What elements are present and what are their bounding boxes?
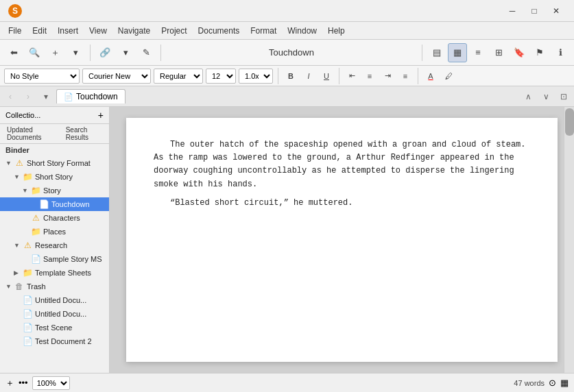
stats-button[interactable]: ▦ [560, 378, 569, 388]
tree-item-touchdown[interactable]: ▶ 📄 Touchdown [0, 197, 109, 211]
tab-back-button[interactable]: ‹ [3, 89, 18, 104]
editor-page[interactable]: The outer hatch of the spaceship opened … [126, 118, 558, 362]
menu-help[interactable]: Help [322, 25, 350, 37]
minimize-button[interactable]: ─ [503, 3, 522, 19]
target-button[interactable]: ⊙ [549, 378, 556, 388]
list-view-button[interactable]: ≡ [468, 43, 488, 62]
tree-item-sample-story[interactable]: ▶ 📄 Sample Story MS [0, 252, 109, 266]
align-center-button[interactable]: ≡ [362, 69, 377, 84]
toggle-template-sheets[interactable]: ▶ [14, 269, 22, 276]
format-bar: No Style Courier New Regular 12 1.0x B I… [0, 66, 574, 86]
tree-item-untitled-1[interactable]: ▶ 📄 Untitled Docu... [0, 293, 109, 307]
search-button[interactable]: 🔍 [25, 43, 44, 62]
sidebar-add-button[interactable]: + [98, 110, 104, 121]
single-view-button[interactable]: ▤ [427, 43, 446, 62]
tab-expand-button[interactable]: ⊡ [556, 89, 571, 104]
tree-item-test-scene[interactable]: ▶ 📄 Test Scene [0, 321, 109, 334]
link-button[interactable]: 🔗 [95, 43, 115, 62]
menu-window[interactable]: Window [282, 25, 322, 37]
close-button[interactable]: ✕ [547, 3, 566, 19]
highlight-button[interactable]: 🖊 [441, 69, 456, 84]
maximize-button[interactable]: □ [525, 3, 544, 19]
tab-up-button[interactable]: ∧ [521, 89, 536, 104]
tree-label-research: Research [35, 241, 67, 249]
menu-format[interactable]: Format [245, 25, 282, 37]
tree-item-research[interactable]: ▼ ⚠ Research [0, 238, 109, 252]
tab-bar: ‹ › ▾ 📄 Touchdown ∧ ∨ ⊡ [0, 86, 574, 107]
size-select[interactable]: 12 [206, 69, 236, 84]
flag-button[interactable]: ⚑ [530, 43, 549, 62]
status-more-button[interactable]: ••• [19, 378, 28, 388]
lineheight-select[interactable]: 1.0x [239, 69, 273, 84]
scrollbar-thumb[interactable] [565, 108, 574, 136]
tree-item-trash[interactable]: ▼ 🗑 Trash [0, 280, 109, 293]
menu-edit[interactable]: Edit [27, 25, 52, 37]
align-left-button[interactable]: ⇤ [344, 69, 359, 84]
toolbar-sep-2 [160, 45, 161, 61]
bookmark-button[interactable]: 🔖 [510, 43, 529, 62]
status-add-button[interactable]: ＋ [5, 377, 14, 389]
title-bar-left: S [8, 4, 22, 18]
editor-scrollbar[interactable] [564, 107, 574, 373]
menu-project[interactable]: Project [156, 25, 192, 37]
tree-label-short-story-format: Short Story Format [27, 159, 91, 167]
menu-navigate[interactable]: Navigate [112, 25, 156, 37]
tab-history-button[interactable]: ▾ [38, 89, 53, 104]
status-right: 47 words ⊙ ▦ [514, 378, 569, 388]
tab-down-button[interactable]: ∨ [538, 89, 553, 104]
tab-updated-docs[interactable]: Updated Documents [3, 125, 60, 142]
menu-insert[interactable]: Insert [52, 25, 84, 37]
menu-view[interactable]: View [84, 25, 112, 37]
tree-item-template-sheets[interactable]: ▶ 📁 Template Sheets [0, 266, 109, 280]
italic-button[interactable]: I [301, 69, 316, 84]
underline-button[interactable]: U [319, 69, 334, 84]
tree-label-untitled-2: Untitled Docu... [35, 310, 86, 318]
back-button[interactable]: ⬅ [4, 43, 23, 62]
toggle-story[interactable]: ▼ [22, 187, 30, 194]
toggle-short-story[interactable]: ▼ [14, 173, 22, 180]
menu-documents[interactable]: Documents [193, 25, 246, 37]
align-right-button[interactable]: ⇥ [380, 69, 395, 84]
new-button[interactable]: ＋ [45, 43, 64, 62]
folder-icon-places: 📁 [30, 226, 41, 237]
tree-item-story[interactable]: ▼ 📁 Story [0, 184, 109, 197]
toggle-research[interactable]: ▼ [14, 242, 22, 249]
tree-item-places[interactable]: ▶ 📁 Places [0, 225, 109, 238]
text-color-button[interactable]: A [423, 69, 438, 84]
tree-item-untitled-2[interactable]: ▶ 📄 Untitled Docu... [0, 307, 109, 321]
split-view-button[interactable]: ⊞ [489, 43, 508, 62]
sidebar: Collectio... + Updated Documents Search … [0, 107, 110, 373]
tab-forward-button[interactable]: › [21, 89, 36, 104]
tree-label-untitled-1: Untitled Docu... [35, 296, 86, 304]
font-select[interactable]: Courier New [82, 69, 151, 84]
edit-button[interactable]: ✎ [136, 43, 156, 62]
grey-doc-icon-test-scene: 📄 [22, 322, 33, 333]
active-tab[interactable]: 📄 Touchdown [56, 89, 125, 103]
toggle-short-story-format[interactable]: ▼ [5, 160, 14, 167]
tree-item-short-story-format[interactable]: ▼ ⚠ Short Story Format [0, 156, 109, 170]
main-toolbar: ⬅ 🔍 ＋ ▾ 🔗 ▾ ✎ Touchdown ▤ ▦ ≡ ⊞ 🔖 ⚑ ℹ [0, 40, 574, 66]
tree-item-short-story[interactable]: ▼ 📁 Short Story [0, 170, 109, 184]
zoom-select[interactable]: 100% [32, 376, 70, 390]
folder-warn-icon-characters: ⚠ [30, 212, 41, 223]
toolbar-sep-1 [90, 45, 91, 61]
tab-doc-icon: 📄 [64, 93, 73, 101]
tree-label-story: Story [43, 186, 61, 195]
toggle-trash[interactable]: ▼ [5, 283, 14, 290]
tree-item-characters[interactable]: ▶ ⚠ Characters [0, 211, 109, 225]
menu-file[interactable]: File [3, 25, 27, 37]
toolbar-view-group: ▤ ▦ ≡ ⊞ 🔖 ⚑ ℹ [427, 43, 570, 62]
bold-button[interactable]: B [283, 69, 298, 84]
tree-label-template-sheets: Template Sheets [35, 269, 91, 277]
align-justify-button[interactable]: ≡ [398, 69, 413, 84]
editor-paragraph-2: “Blasted short circuit,” he muttered. [154, 197, 530, 210]
tab-search-results[interactable]: Search Results [62, 125, 106, 142]
info-button[interactable]: ℹ [551, 43, 570, 62]
grid-view-button[interactable]: ▦ [448, 43, 467, 62]
grey-doc-icon-2: 📄 [22, 308, 33, 319]
weight-select[interactable]: Regular [154, 69, 203, 84]
style-select[interactable]: No Style [4, 69, 80, 84]
tree-item-test-doc-2[interactable]: ▶ 📄 Test Document 2 [0, 334, 109, 348]
link-dropdown-button[interactable]: ▾ [116, 43, 135, 62]
new-dropdown-button[interactable]: ▾ [66, 43, 85, 62]
